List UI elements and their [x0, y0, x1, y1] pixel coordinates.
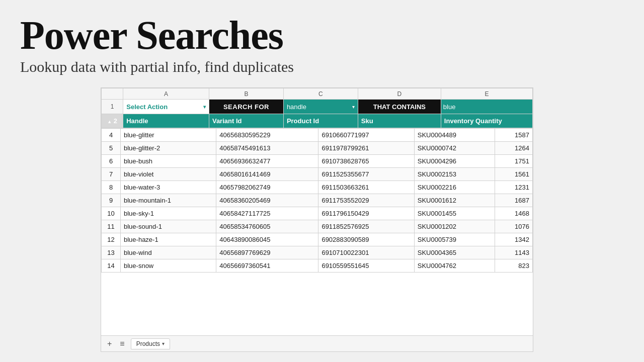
sku-cell: SKU0004489 [414, 129, 495, 142]
table-row: 9 blue-mountain-1 40658360205469 6911753… [102, 194, 533, 207]
qty-cell: 1561 [495, 168, 533, 181]
list-sheets-button[interactable]: ≡ [118, 340, 126, 348]
col-header-row: A B C D E [102, 88, 533, 100]
handle-cell: blue-violet [121, 168, 216, 181]
sheet-table: A B C D E 1 Select Action ▾ S [101, 88, 533, 128]
product-id-cell: 6911978799261 [318, 142, 414, 155]
row-num-cell: 7 [102, 168, 121, 181]
product-id-cell: 6911525355677 [318, 168, 414, 181]
qty-cell: 1468 [495, 207, 533, 220]
variant-id-cell: 40658745491613 [216, 142, 318, 155]
row-num-cell: 13 [102, 246, 121, 259]
table-row: 12 blue-haze-1 40643890086045 6902883090… [102, 233, 533, 246]
qty-cell: 1264 [495, 142, 533, 155]
row-num-2: ▲ 2 [102, 114, 123, 128]
header-handle: Handle [123, 114, 209, 128]
table-row: 10 blue-sky-1 40658427117725 69117961504… [102, 207, 533, 220]
page-title: Power Searches [20, 15, 624, 55]
sku-cell: SKU0000742 [414, 142, 495, 155]
handle-cell: blue-haze-1 [121, 233, 216, 246]
column-headers-row: ▲ 2 Handle Variant Id Product Id Sku Inv… [102, 114, 533, 128]
handle-cell: blue-bush [121, 155, 216, 168]
sku-cell: SKU0004762 [414, 259, 495, 273]
products-tab[interactable]: Products ▾ [131, 338, 170, 349]
sheet-bottom: + ≡ Products ▾ [101, 335, 533, 351]
products-tab-label: Products [136, 340, 160, 347]
variant-id-cell: 40643890086045 [216, 233, 318, 246]
header-sku: Sku [358, 114, 441, 128]
row-num-cell: 10 [102, 207, 121, 220]
product-id-cell: 6911796150429 [318, 207, 414, 220]
product-id-cell: 6910710022301 [318, 246, 414, 259]
handle-cell: blue-glitter-2 [121, 142, 216, 155]
qty-cell: 1751 [495, 155, 533, 168]
product-id-cell: 6911503663261 [318, 181, 414, 194]
col-d-header: D [358, 88, 441, 100]
search-for-cell: SEARCH FOR [209, 100, 283, 114]
handle-cell: blue-snow [121, 259, 216, 273]
handle-dropdown[interactable]: handle [287, 103, 350, 111]
qty-cell: 1342 [495, 233, 533, 246]
tab-arrow-icon: ▾ [162, 341, 165, 346]
sku-cell: SKU0002216 [414, 181, 495, 194]
page-subtitle: Lookup data with partial info, find dupl… [20, 58, 624, 75]
data-area: 4 blue-glitter 40656830595229 6910660771… [101, 128, 533, 335]
row-num-cell: 11 [102, 220, 121, 233]
data-rows-container: 4 blue-glitter 40656830595229 6910660771… [102, 129, 533, 273]
handle-dropdown-arrow-icon: ▾ [352, 104, 355, 110]
table-row: 5 blue-glitter-2 40658745491613 69119787… [102, 142, 533, 155]
variant-id-cell: 40656697360541 [216, 259, 318, 273]
that-contains-cell: THAT CONTAINS [358, 100, 441, 114]
product-id-cell: 6911753552029 [318, 194, 414, 207]
select-action-cell: Select Action ▾ [123, 100, 209, 114]
handle-cell: blue-water-3 [121, 181, 216, 194]
row-num-cell: 5 [102, 142, 121, 155]
add-sheet-button[interactable]: + [105, 340, 114, 348]
header-product-id: Product Id [283, 114, 358, 128]
variant-id-cell: 40658016141469 [216, 168, 318, 181]
sku-cell: SKU0004296 [414, 155, 495, 168]
sku-cell: SKU0004365 [414, 246, 495, 259]
variant-id-cell: 40656830595229 [216, 129, 318, 142]
row-num-cell: 12 [102, 233, 121, 246]
table-row: 8 blue-water-3 40657982062749 6911503663… [102, 181, 533, 194]
row-num-cell: 14 [102, 259, 121, 273]
handle-cell: blue-mountain-1 [121, 194, 216, 207]
table-row: 6 blue-bush 40656936632477 6910738628765… [102, 155, 533, 168]
col-a-header: A [123, 88, 209, 100]
sku-cell: SKU0001455 [414, 207, 495, 220]
data-table: 4 blue-glitter 40656830595229 6910660771… [101, 128, 533, 273]
row-num-cell: 6 [102, 155, 121, 168]
row-num-1: 1 [102, 100, 123, 114]
dropdown-arrow-icon: ▾ [203, 104, 206, 110]
col-e-header: E [441, 88, 532, 100]
variant-id-cell: 40658427117725 [216, 207, 318, 220]
row-num-cell: 8 [102, 181, 121, 194]
sort-up-icon: ▲ [107, 119, 112, 124]
handle-cell: blue-glitter [121, 129, 216, 142]
corner-cell [102, 88, 123, 100]
qty-cell: 1231 [495, 181, 533, 194]
qty-cell: 1143 [495, 246, 533, 259]
col-b-header: B [209, 88, 283, 100]
variant-id-cell: 40656936632477 [216, 155, 318, 168]
qty-cell: 823 [495, 259, 533, 273]
variant-id-cell: 40658360205469 [216, 194, 318, 207]
product-id-cell: 6902883090589 [318, 233, 414, 246]
row-num-cell: 9 [102, 194, 121, 207]
qty-cell: 1587 [495, 129, 533, 142]
handle-cell: blue-wind [121, 246, 216, 259]
sku-cell: SKU0005739 [414, 233, 495, 246]
select-action-dropdown[interactable]: Select Action [126, 103, 201, 111]
sku-cell: SKU0001612 [414, 194, 495, 207]
product-id-cell: 6910738628765 [318, 155, 414, 168]
handle-cell: handle ▾ [283, 100, 358, 114]
table-row: 7 blue-violet 40658016141469 69115253556… [102, 168, 533, 181]
qty-cell: 1687 [495, 194, 533, 207]
variant-id-cell: 40657982062749 [216, 181, 318, 194]
sku-cell: SKU0001202 [414, 220, 495, 233]
table-row: 4 blue-glitter 40656830595229 6910660771… [102, 129, 533, 142]
handle-cell: blue-sound-1 [121, 220, 216, 233]
col-c-header: C [283, 88, 358, 100]
header-inventory-qty: Inventory Quantity [441, 114, 532, 128]
